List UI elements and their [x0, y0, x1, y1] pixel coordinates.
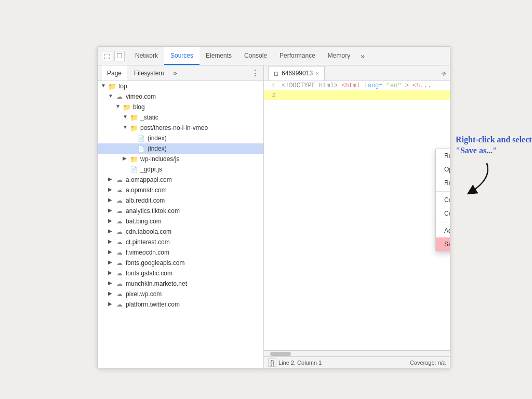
- ctx-open-new-tab[interactable]: Open in new tab: [436, 163, 450, 176]
- tree-item[interactable]: ☁alb.reddit.com: [98, 195, 263, 206]
- cloud-icon: ☁: [116, 187, 123, 194]
- tree-item[interactable]: ☁fonts.googleapis.com: [98, 258, 263, 268]
- tab-filesystem[interactable]: Filesystem: [129, 65, 169, 81]
- status-position: Line 2, Column 1: [278, 360, 322, 366]
- tree-item[interactable]: 📁top: [98, 81, 263, 91]
- cloud-icon: ☁: [116, 280, 123, 287]
- code-tab-actions: ⎆: [442, 69, 446, 77]
- tab-console[interactable]: Console: [238, 47, 273, 65]
- tree-item[interactable]: 📁_static: [98, 112, 263, 123]
- tree-item-label: wp-includes/js: [140, 155, 179, 163]
- tree-item[interactable]: ☁vimeo.com: [98, 91, 263, 102]
- format-icon[interactable]: ⎆: [442, 69, 446, 77]
- cloud-icon: ☁: [116, 301, 123, 308]
- tree-item[interactable]: 📁post/theres-no-i-in-vmeo: [98, 123, 263, 133]
- tree-item-label: (index): [148, 145, 167, 152]
- toolbar: ⬚ ☐ Network Sources Elements Console Per…: [98, 47, 450, 65]
- tab-bar: Network Sources Elements Console Perform…: [129, 47, 369, 65]
- page-icon: 📄: [138, 145, 145, 152]
- secondary-dots[interactable]: ⋮: [251, 68, 259, 78]
- cloud-icon: ☁: [116, 249, 123, 256]
- tree-item[interactable]: 📄_gdpr.js: [98, 164, 263, 175]
- code-area: ◻ 646999013 × ⎆ 1 <!DOCTYPE html>: [264, 65, 450, 368]
- tab-elements[interactable]: Elements: [200, 47, 238, 65]
- status-bar: {} Line 2, Column 1 Coverage: n/a: [264, 356, 450, 368]
- tree-item-label: pixel.wp.com: [126, 290, 162, 298]
- file-icon: 📄: [138, 135, 145, 142]
- tree-item[interactable]: ☁a.opmnstr.com: [98, 185, 263, 195]
- ctx-ignore-list[interactable]: Add script to ignore list: [436, 224, 450, 237]
- tree-item-label: analytics.tiktok.com: [126, 207, 180, 215]
- tree-item-label: ct.pinterest.com: [126, 238, 170, 246]
- tree-item[interactable]: ☁bat.bing.com: [98, 216, 263, 227]
- cloud-icon: ☁: [116, 270, 123, 277]
- folder-icon: 📁: [123, 103, 131, 111]
- code-tab-close[interactable]: ×: [316, 71, 319, 76]
- folder-icon: 📁: [130, 155, 138, 163]
- code-line-1: 1 <!DOCTYPE html> <html lang= "en" > <h.…: [264, 81, 450, 90]
- folder-icon: 📁: [130, 114, 138, 122]
- device-icon[interactable]: ☐: [114, 51, 125, 61]
- ctx-divider-2: [436, 222, 450, 222]
- tab-memory[interactable]: Memory: [322, 47, 356, 65]
- tree-item-label: f.vimeocdn.com: [126, 249, 169, 256]
- code-line-2: 2: [264, 90, 450, 100]
- ctx-divider-1: [436, 191, 450, 192]
- tree-item[interactable]: ☁analytics.tiktok.com: [98, 206, 263, 216]
- tree-item-label: _static: [140, 114, 158, 121]
- ctx-copy-filename[interactable]: Copy file name: [436, 207, 450, 220]
- js-file-icon: 📄: [130, 166, 138, 173]
- tree-item[interactable]: 📄(index): [98, 133, 263, 143]
- tree-item[interactable]: ☁pixel.wp.com: [98, 289, 263, 299]
- annotation-text: Right-click and select"Save as...": [456, 135, 532, 156]
- ctx-save-as[interactable]: Save as...: [436, 237, 450, 251]
- ctx-copy-link[interactable]: Copy link address: [436, 193, 450, 207]
- tree-item[interactable]: 📄(index): [98, 143, 263, 154]
- code-content: 1 <!DOCTYPE html> <html lang= "en" > <h.…: [264, 81, 450, 350]
- cloud-icon: ☁: [116, 228, 123, 235]
- tree-item[interactable]: ☁cdn.taboola.com: [98, 227, 263, 237]
- tree-item[interactable]: ☁munchkin.marketo.net: [98, 278, 263, 289]
- tree-item-label: (index): [148, 135, 167, 142]
- tree-item-label: _gdpr.js: [140, 166, 162, 173]
- secondary-more[interactable]: »: [171, 69, 179, 77]
- code-tab-icon: ◻: [274, 70, 278, 77]
- ctx-reveal-sidebar[interactable]: Reveal in sidebar: [436, 149, 450, 163]
- tree-item[interactable]: ☁f.vimeocdn.com: [98, 247, 263, 258]
- folder-icon: 📁: [108, 83, 116, 90]
- cloud-icon: ☁: [116, 238, 123, 246]
- code-tab-bar: ◻ 646999013 × ⎆: [264, 65, 450, 81]
- tab-more[interactable]: »: [356, 47, 369, 65]
- secondary-bar: Page Filesystem » ⋮: [98, 65, 263, 81]
- tab-sources[interactable]: Sources: [164, 47, 200, 65]
- tree-item[interactable]: ☁platform.twitter.com: [98, 299, 263, 310]
- tree-item-label: fonts.gstatic.com: [126, 270, 172, 277]
- code-tab-filename: 646999013: [282, 70, 313, 77]
- h-scroll-thumb[interactable]: [270, 352, 291, 356]
- toolbar-icons: ⬚ ☐: [102, 51, 125, 61]
- tab-network[interactable]: Network: [129, 47, 164, 65]
- tree-item[interactable]: 📁wp-includes/js: [98, 154, 263, 164]
- tab-performance[interactable]: Performance: [273, 47, 322, 65]
- tree-item-label: post/theres-no-i-in-vmeo: [140, 124, 208, 131]
- tree-item[interactable]: ☁ct.pinterest.com: [98, 237, 263, 247]
- h-scroll[interactable]: [264, 350, 450, 356]
- cloud-icon: ☁: [116, 218, 123, 225]
- code-file-tab[interactable]: ◻ 646999013 ×: [268, 66, 325, 81]
- cloud-icon: ☁: [116, 259, 123, 267]
- tree-item[interactable]: ☁fonts.gstatic.com: [98, 268, 263, 278]
- tree-item-label: top: [118, 83, 127, 90]
- tree-container: 📁top☁vimeo.com📁blog📁_static📁post/theres-…: [98, 81, 263, 310]
- tree-item[interactable]: ☁a.omappapi.com: [98, 175, 263, 185]
- cloud-icon: ☁: [116, 93, 123, 100]
- tree-item-label: blog: [133, 103, 145, 111]
- status-braces[interactable]: {}: [268, 358, 276, 367]
- cloud-icon: ☁: [116, 290, 123, 298]
- tree-item[interactable]: 📁blog: [98, 102, 263, 112]
- tree-item-label: vimeo.com: [126, 93, 156, 100]
- ctx-reveal-network[interactable]: Reveal in Network panel: [436, 176, 450, 190]
- tab-page[interactable]: Page: [102, 65, 127, 81]
- folder-icon: 📁: [130, 124, 138, 132]
- inspect-icon[interactable]: ⬚: [102, 51, 112, 61]
- tree-item-label: platform.twitter.com: [126, 301, 180, 308]
